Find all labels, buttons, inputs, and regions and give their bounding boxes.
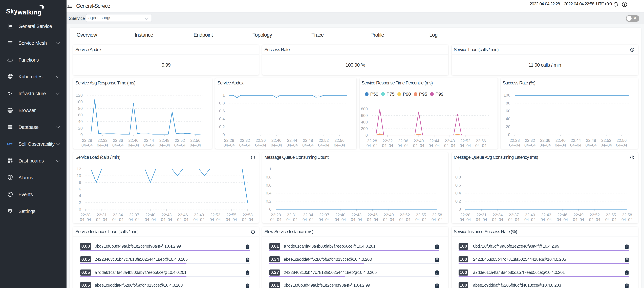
svg-text:22:43: 22:43 bbox=[352, 213, 362, 217]
svg-text:Sw: Sw bbox=[7, 142, 12, 146]
svg-text:04–04: 04–04 bbox=[600, 143, 612, 147]
svg-text:200: 200 bbox=[361, 126, 368, 131]
svg-text:22:40: 22:40 bbox=[146, 213, 156, 217]
svg-text:04–04: 04–04 bbox=[194, 217, 205, 222]
svg-text:22:28: 22:28 bbox=[510, 138, 520, 143]
svg-text:22:28: 22:28 bbox=[224, 138, 234, 143]
svg-text:22:40: 22:40 bbox=[272, 138, 282, 143]
svg-text:22:56: 22:56 bbox=[616, 138, 626, 143]
svg-text:22:46: 22:46 bbox=[368, 213, 378, 217]
svg-text:600: 600 bbox=[361, 113, 368, 118]
svg-text:12: 12 bbox=[77, 167, 81, 171]
svg-text:22:48: 22:48 bbox=[586, 138, 596, 143]
svg-text:P99: P99 bbox=[435, 91, 443, 97]
svg-text:04–04: 04–04 bbox=[112, 143, 124, 147]
svg-text:22:40: 22:40 bbox=[335, 213, 345, 217]
svg-text:0.4: 0.4 bbox=[455, 191, 461, 195]
svg-text:04–04: 04–04 bbox=[226, 217, 237, 222]
svg-text:1: 1 bbox=[269, 167, 272, 171]
svg-text:8: 8 bbox=[79, 180, 81, 185]
svg-text:6: 6 bbox=[79, 187, 81, 191]
svg-text:04–04: 04–04 bbox=[432, 217, 443, 222]
svg-text:04–04: 04–04 bbox=[319, 217, 330, 222]
svg-text:60: 60 bbox=[78, 112, 83, 117]
svg-text:04–04: 04–04 bbox=[177, 217, 188, 222]
svg-text:04–04: 04–04 bbox=[144, 143, 155, 147]
svg-text:22:52: 22:52 bbox=[175, 138, 185, 143]
svg-text:04–04: 04–04 bbox=[242, 217, 253, 222]
svg-text:04–04: 04–04 bbox=[476, 217, 487, 222]
svg-text:22:43: 22:43 bbox=[162, 213, 172, 217]
svg-text:22:58: 22:58 bbox=[432, 213, 442, 217]
svg-text:22:48: 22:48 bbox=[444, 139, 455, 143]
svg-text:04–04: 04–04 bbox=[367, 217, 378, 222]
svg-text:0.8: 0.8 bbox=[266, 175, 272, 179]
svg-text:20: 20 bbox=[506, 124, 510, 129]
svg-text:22:34: 22:34 bbox=[113, 213, 123, 217]
svg-text:22:36: 22:36 bbox=[256, 138, 266, 143]
svg-text:22:52: 22:52 bbox=[601, 138, 611, 143]
svg-text:0: 0 bbox=[458, 207, 461, 211]
svg-text:04–04: 04–04 bbox=[444, 143, 455, 148]
svg-text:04–04: 04–04 bbox=[145, 217, 156, 222]
svg-text:0.2: 0.2 bbox=[219, 124, 225, 129]
svg-text:0: 0 bbox=[79, 207, 81, 211]
svg-text:04–04: 04–04 bbox=[398, 143, 409, 148]
svg-text:04–04: 04–04 bbox=[524, 143, 536, 147]
svg-text:22:56: 22:56 bbox=[334, 138, 344, 143]
svg-text:400: 400 bbox=[361, 120, 368, 124]
svg-text:22:36: 22:36 bbox=[398, 139, 408, 143]
svg-text:04–04: 04–04 bbox=[616, 143, 627, 147]
svg-text:22:46: 22:46 bbox=[557, 213, 567, 217]
svg-text:22:49: 22:49 bbox=[194, 213, 204, 217]
svg-text:22:34: 22:34 bbox=[303, 213, 313, 217]
svg-text:80: 80 bbox=[506, 101, 510, 105]
svg-text:04–04: 04–04 bbox=[97, 143, 108, 147]
svg-text:P75: P75 bbox=[386, 91, 394, 97]
svg-text:22:40: 22:40 bbox=[414, 139, 424, 143]
svg-text:22:52: 22:52 bbox=[319, 138, 329, 143]
svg-text:P90: P90 bbox=[403, 91, 411, 97]
svg-text:04–04: 04–04 bbox=[492, 217, 503, 222]
svg-text:04–04: 04–04 bbox=[129, 217, 140, 222]
svg-text:22:32: 22:32 bbox=[382, 139, 392, 143]
svg-text:22:52: 22:52 bbox=[460, 139, 470, 143]
svg-text:40: 40 bbox=[506, 117, 510, 121]
svg-text:04–04: 04–04 bbox=[128, 143, 139, 147]
svg-text:0.4: 0.4 bbox=[219, 117, 225, 121]
svg-text:22:58: 22:58 bbox=[622, 213, 632, 217]
svg-text:04–04: 04–04 bbox=[383, 217, 394, 222]
svg-text:4: 4 bbox=[79, 193, 81, 198]
svg-text:0.6: 0.6 bbox=[266, 183, 272, 187]
svg-text:04–04: 04–04 bbox=[224, 143, 235, 147]
svg-text:22:31: 22:31 bbox=[476, 213, 486, 217]
svg-text:04–04: 04–04 bbox=[318, 143, 330, 147]
svg-text:22:52: 22:52 bbox=[210, 213, 220, 217]
svg-text:0: 0 bbox=[222, 132, 225, 137]
svg-text:100: 100 bbox=[504, 93, 510, 97]
svg-text:04–04: 04–04 bbox=[382, 143, 393, 148]
svg-text:0: 0 bbox=[508, 132, 510, 137]
svg-text:0.2: 0.2 bbox=[266, 199, 272, 203]
svg-text:22:48: 22:48 bbox=[160, 138, 170, 143]
svg-text:22:28: 22:28 bbox=[460, 213, 470, 217]
svg-text:22:28: 22:28 bbox=[367, 139, 377, 143]
svg-text:2: 2 bbox=[79, 200, 81, 205]
svg-text:04–04: 04–04 bbox=[508, 217, 519, 222]
svg-text:22:40: 22:40 bbox=[555, 138, 566, 143]
svg-text:22:31: 22:31 bbox=[287, 213, 297, 217]
svg-text:22:55: 22:55 bbox=[416, 213, 426, 217]
svg-text:22:56: 22:56 bbox=[476, 139, 486, 143]
svg-text:04–04: 04–04 bbox=[524, 217, 536, 222]
svg-text:60: 60 bbox=[506, 109, 510, 113]
svg-text:0.2: 0.2 bbox=[455, 199, 461, 203]
svg-text:22:37: 22:37 bbox=[508, 213, 519, 217]
svg-text:04–04: 04–04 bbox=[413, 143, 424, 148]
svg-text:04–04: 04–04 bbox=[416, 217, 427, 222]
svg-text:04–04: 04–04 bbox=[161, 217, 172, 222]
svg-text:04–04: 04–04 bbox=[286, 143, 298, 147]
svg-text:P95: P95 bbox=[419, 91, 427, 97]
svg-text:40: 40 bbox=[78, 119, 83, 124]
svg-text:22:43: 22:43 bbox=[541, 213, 551, 217]
svg-text:10: 10 bbox=[77, 174, 81, 178]
